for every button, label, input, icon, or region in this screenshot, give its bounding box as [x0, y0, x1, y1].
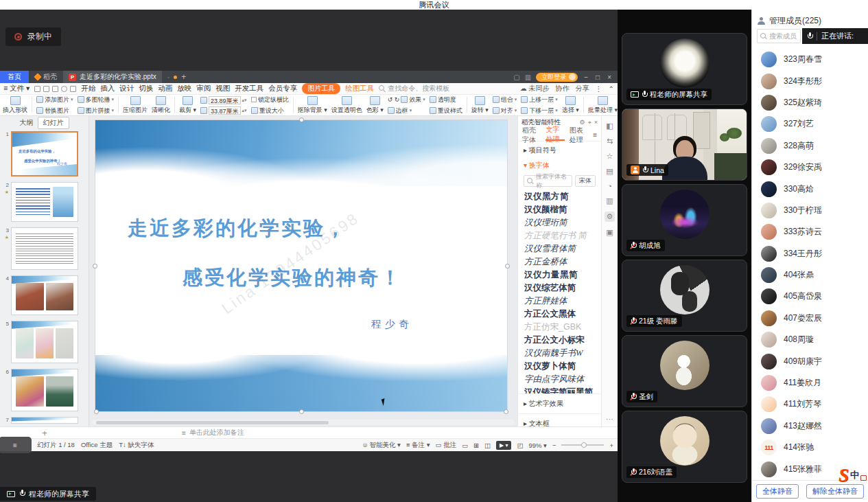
- close-pane-icon[interactable]: ×: [594, 119, 598, 126]
- font-option[interactable]: 方正金桥体: [524, 255, 595, 269]
- slide-thumbnail-4[interactable]: [11, 275, 78, 315]
- font-option[interactable]: 汉仪力量黑简: [524, 269, 595, 282]
- slide-sky-image-bottom[interactable]: [95, 355, 507, 411]
- view-sorter-icon[interactable]: ⊞: [473, 442, 479, 449]
- outline-button[interactable]: 边框▾: [388, 106, 425, 115]
- ime-keyboard-icon[interactable]: [860, 475, 867, 481]
- login-button[interactable]: 立即登录: [536, 73, 578, 82]
- member-row[interactable]: 411刘芳琴: [752, 393, 868, 415]
- member-row[interactable]: 330于柠瑶: [752, 200, 868, 221]
- multi-carousel-button[interactable]: 多图轮播▾: [78, 95, 115, 104]
- new-tab-button[interactable]: +: [181, 72, 186, 82]
- font-option[interactable]: 方正公文小标宋: [524, 334, 595, 347]
- zoom-percent[interactable]: 99% ▾: [528, 442, 546, 449]
- tab-sync-icon[interactable]: ◦: [167, 73, 170, 81]
- font-option[interactable]: 方正硬笔行书 简: [524, 229, 595, 242]
- unmute-all-button[interactable]: 解除全体静音: [806, 484, 864, 499]
- member-search-input[interactable]: 搜索成员: [757, 29, 801, 43]
- video-tile[interactable]: 圣剑: [622, 335, 747, 407]
- rotate-button[interactable]: 旋转 ▾: [471, 96, 489, 115]
- tab-home[interactable]: 首页: [0, 71, 29, 83]
- member-row[interactable]: 324李彤彤: [752, 70, 868, 91]
- zoom-slider[interactable]: [561, 444, 604, 446]
- pane-menu-icon[interactable]: ≡: [593, 131, 597, 139]
- gallery-icon[interactable]: ▥: [606, 196, 613, 205]
- video-tile[interactable]: 216刘语盖: [622, 411, 747, 483]
- member-row[interactable]: 111414张驰: [752, 437, 868, 458]
- font-option[interactable]: 汉仪萝卜体简: [524, 360, 595, 373]
- member-row[interactable]: 327刘艺: [752, 113, 868, 135]
- view-normal-icon[interactable]: ▭: [462, 442, 468, 449]
- missing-font-button[interactable]: T↓ 缺失字体: [119, 441, 154, 450]
- align-button[interactable]: 对齐▾: [493, 106, 517, 115]
- selection-handle[interactable]: [505, 264, 510, 269]
- font-option[interactable]: 汉仪南魏手书W: [524, 347, 595, 360]
- height-field[interactable]: 33.87厘米▴▾: [200, 106, 247, 115]
- tab-docer[interactable]: 稻壳: [29, 71, 63, 83]
- zoom-in-button[interactable]: +: [609, 442, 613, 449]
- menu-review[interactable]: 审阅: [196, 84, 211, 93]
- font-option[interactable]: 方正公文黑体: [524, 308, 595, 321]
- slide-thumbnail-1[interactable]: 走近多彩的化学实验， 感受化学实验的神奇！ 程少奇: [11, 131, 78, 176]
- send-backward-button[interactable]: 下移一层▾: [521, 106, 558, 115]
- view-read-icon[interactable]: ◫: [484, 442, 491, 449]
- more-icon[interactable]: ⋯: [606, 415, 613, 424]
- remove-background-button[interactable]: 抠除背景 ▾: [298, 96, 327, 115]
- picture-tools-tab[interactable]: 图片工具: [302, 83, 340, 94]
- clarify-button[interactable]: 清晰化: [152, 96, 170, 115]
- close-button[interactable]: ×: [606, 73, 613, 81]
- slide-thumbnail-2[interactable]: [11, 182, 78, 222]
- selection-handle[interactable]: [299, 409, 304, 414]
- pin-icon[interactable]: ⌖: [588, 119, 591, 126]
- more-icon[interactable]: ⋮: [596, 85, 602, 93]
- member-row[interactable]: 411姜欣月: [752, 372, 868, 393]
- slide-thumbnail-6[interactable]: [11, 369, 78, 411]
- section-bullets[interactable]: ▸ 项目符号: [518, 141, 601, 157]
- menu-view[interactable]: 视图: [215, 84, 230, 93]
- width-field[interactable]: 23.89厘米▴▾: [200, 96, 247, 104]
- comment-button[interactable]: ▭ 批注: [436, 441, 457, 450]
- member-row[interactable]: 333苏诗云: [752, 221, 868, 242]
- menu-design[interactable]: 设计: [119, 84, 134, 93]
- ime-lang[interactable]: 中: [850, 469, 859, 483]
- selection-handle[interactable]: [94, 409, 99, 414]
- lock-aspect-checkbox[interactable]: 锁定纵横比: [251, 95, 289, 104]
- command-search[interactable]: 查找命令、搜索模板: [379, 84, 449, 93]
- member-row[interactable]: 330高烚: [752, 178, 868, 199]
- font-option[interactable]: 字由点字风味体: [524, 373, 595, 386]
- font-option[interactable]: 汉仪铸字简丽黑简: [524, 386, 595, 393]
- slide-thumbnail-7[interactable]: [11, 417, 78, 424]
- set-transparent-button[interactable]: 设置透明色: [331, 96, 362, 115]
- picture-collage-button[interactable]: 图片拼接▾: [78, 106, 115, 115]
- member-row[interactable]: 413赵娜然: [752, 415, 868, 437]
- star-icon[interactable]: ☆: [607, 152, 613, 161]
- tab-text-processing[interactable]: 文字处理: [546, 129, 564, 141]
- slideshow-play-button[interactable]: ▶ ▾: [496, 441, 511, 450]
- add-picture-button[interactable]: 添加图片▾: [36, 95, 73, 104]
- group-button[interactable]: 组合▾: [493, 95, 517, 104]
- menu-member[interactable]: 会员专享: [268, 84, 297, 93]
- gear-panel-icon[interactable]: ⚙: [605, 212, 615, 222]
- collaborate-button[interactable]: 协作: [556, 84, 570, 93]
- tab-document[interactable]: P 走近多彩的化学实验.pptx: [63, 71, 162, 83]
- slides-tab[interactable]: 幻灯片: [38, 117, 69, 129]
- member-row[interactable]: 329徐安禹: [752, 157, 868, 178]
- color-button[interactable]: 色彩 ▾: [366, 96, 384, 115]
- font-option[interactable]: 汉仪雪君体简: [524, 242, 595, 255]
- slide-thumbnail-5[interactable]: [11, 321, 78, 363]
- current-slide[interactable]: 走近多彩的化学实验， 感受化学实验的神奇！ 程少奇 Lina 139444056…: [95, 120, 507, 411]
- slide-sky-image-top[interactable]: [95, 120, 507, 186]
- selection-handle[interactable]: [504, 409, 508, 414]
- bring-forward-button[interactable]: 上移一层▾: [521, 95, 558, 104]
- select-button[interactable]: 选择 ▾: [562, 96, 579, 115]
- member-list[interactable]: 323周春雪 324李彤彤 325赵紫琦 327刘艺 328高萌 329徐安禹 …: [752, 49, 868, 484]
- font-option[interactable]: 汉仪理珩简: [524, 216, 595, 229]
- compress-picture-button[interactable]: 压缩图片: [123, 96, 148, 115]
- theme-label[interactable]: Office 主题: [81, 441, 113, 450]
- menu-transition[interactable]: 切换: [139, 84, 153, 93]
- video-tile[interactable]: 程老师的屏幕共享: [622, 33, 747, 105]
- notes-placeholder[interactable]: 单击此处添加备注: [189, 428, 244, 437]
- collapse-ribbon-icon[interactable]: ⌃: [609, 85, 614, 93]
- notes-bar[interactable]: + ≡ 单击此处添加备注: [0, 426, 618, 438]
- grid-icon[interactable]: ▥: [525, 73, 531, 81]
